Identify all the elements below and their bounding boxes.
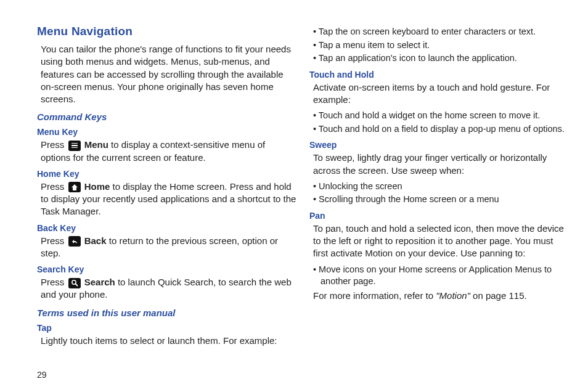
home-icon xyxy=(68,182,81,192)
back-key-body: Press Back to return to the previous scr… xyxy=(41,235,297,260)
menu-key-body: Press Menu to display a context-sensitiv… xyxy=(41,139,297,164)
search-key-bold: Search xyxy=(84,277,115,287)
menu-icon xyxy=(68,141,81,151)
heading-menu-navigation: Menu Navigation xyxy=(37,25,297,38)
home-key-bold: Home xyxy=(84,181,110,192)
svg-point-3 xyxy=(71,280,75,284)
text: Press xyxy=(41,235,67,246)
intro-paragraph: You can tailor the phone's range of func… xyxy=(41,43,297,105)
pan-more-info: For more information, refer to "Motion" … xyxy=(313,290,570,302)
motion-reference: "Motion" xyxy=(436,290,470,301)
back-key-bold: Back xyxy=(84,235,107,246)
pan-bullet: Move icons on your Home screens or Appli… xyxy=(313,264,570,288)
sweep-bullet: Unlocking the screen xyxy=(313,181,570,193)
svg-rect-0 xyxy=(71,145,78,146)
heading-search-key: Search Key xyxy=(37,264,297,274)
tap-body: Lightly touch items to select or launch … xyxy=(41,335,297,347)
svg-rect-2 xyxy=(71,147,78,148)
heading-back-key: Back Key xyxy=(37,223,297,233)
svg-rect-1 xyxy=(71,143,78,144)
menu-key-bold: Menu xyxy=(84,139,108,150)
home-key-body: Press Home to display the Home screen. P… xyxy=(41,181,297,218)
heading-tap: Tap xyxy=(37,323,297,333)
tap-bullet: Tap the on screen keyboard to enter char… xyxy=(313,26,570,38)
heading-menu-key: Menu Key xyxy=(37,127,297,137)
left-column: Menu Navigation You can tailor the phone… xyxy=(37,25,297,380)
heading-terms: Terms used in this user manual xyxy=(37,308,297,318)
text: Press xyxy=(41,277,67,287)
touch-hold-body: Activate on-screen items by a touch and … xyxy=(313,81,570,107)
text: Press xyxy=(41,181,67,192)
pan-body: To pan, touch and hold a selected icon, … xyxy=(313,223,570,260)
heading-sweep: Sweep xyxy=(309,140,570,150)
right-column: Tap the on screen keyboard to enter char… xyxy=(309,25,570,380)
text: For more information, refer to xyxy=(313,290,436,301)
tap-bullet: Tap an application's icon to launch the … xyxy=(313,52,570,65)
page-number: 29 xyxy=(37,370,47,380)
heading-touch-hold: Touch and Hold xyxy=(309,70,570,80)
tap-bullet: Tap a menu item to select it. xyxy=(313,39,570,52)
touch-hold-bullet: Touch and hold a widget on the home scre… xyxy=(313,110,570,122)
sweep-body: To sweep, lightly drag your finger verti… xyxy=(313,152,570,177)
search-key-body: Press Search to launch Quick Search, to … xyxy=(41,276,297,301)
sweep-bullet: Scrolling through the Home screen or a m… xyxy=(313,194,570,206)
svg-line-4 xyxy=(75,284,78,287)
text: Press xyxy=(41,139,67,150)
touch-hold-bullet: Touch and hold on a field to display a p… xyxy=(313,123,570,136)
page: Menu Navigation You can tailor the phone… xyxy=(0,0,588,392)
heading-command-keys: Command Keys xyxy=(37,112,297,122)
back-icon xyxy=(68,236,81,247)
text: on page 115. xyxy=(470,290,527,301)
heading-home-key: Home Key xyxy=(37,169,297,179)
search-icon xyxy=(68,278,81,288)
heading-pan: Pan xyxy=(309,211,570,221)
